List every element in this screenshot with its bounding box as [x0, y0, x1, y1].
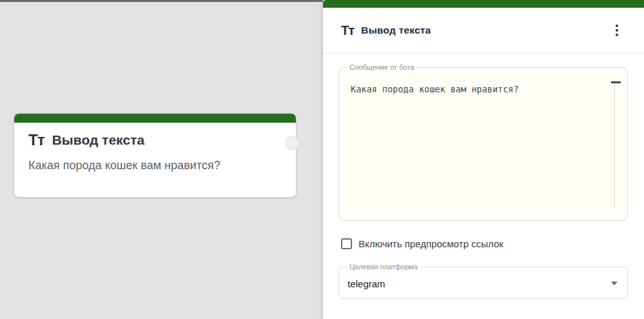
panel-header: Тт Вывод текста: [323, 8, 644, 53]
link-preview-checkbox[interactable]: [341, 238, 352, 249]
text-type-icon: Тт: [341, 24, 354, 37]
node-message-preview: Какая порода кошек вам нравится?: [28, 159, 283, 172]
bot-message-label: Сообщение от бота: [347, 63, 417, 72]
text-output-node[interactable]: Тт Вывод текста Какая порода кошек вам н…: [14, 114, 296, 197]
bot-message-value[interactable]: Какая порода кошек вам нравится?: [339, 68, 627, 96]
node-settings-panel: Тт Вывод текста Сообщение от бота Какая …: [323, 0, 644, 319]
panel-accent-bar: [323, 0, 644, 8]
link-preview-label: Включить предпросмотр ссылок: [358, 238, 503, 249]
bot-message-textarea[interactable]: Сообщение от бота Какая порода кошек вам…: [338, 67, 628, 221]
panel-title: Вывод текста: [361, 25, 431, 36]
link-preview-row: Включить предпросмотр ссылок: [338, 238, 628, 249]
kebab-menu-icon[interactable]: [613, 22, 621, 39]
canvas-top-edge: [0, 0, 323, 2]
dropdown-arrow-icon: [611, 282, 618, 285]
target-platform-select[interactable]: Целевая платформа telegram: [338, 267, 628, 299]
target-platform-label: Целевая платформа: [347, 262, 421, 271]
textarea-resize-handle[interactable]: [611, 81, 621, 83]
node-title: Вывод текста: [52, 132, 144, 148]
node-accent-bar: [14, 114, 296, 123]
text-type-icon: Тт: [28, 132, 44, 148]
node-output-connector[interactable]: [286, 136, 300, 150]
textarea-scrollbar-track[interactable]: [614, 83, 615, 208]
flow-canvas[interactable]: Тт Вывод текста Какая порода кошек вам н…: [0, 0, 323, 319]
